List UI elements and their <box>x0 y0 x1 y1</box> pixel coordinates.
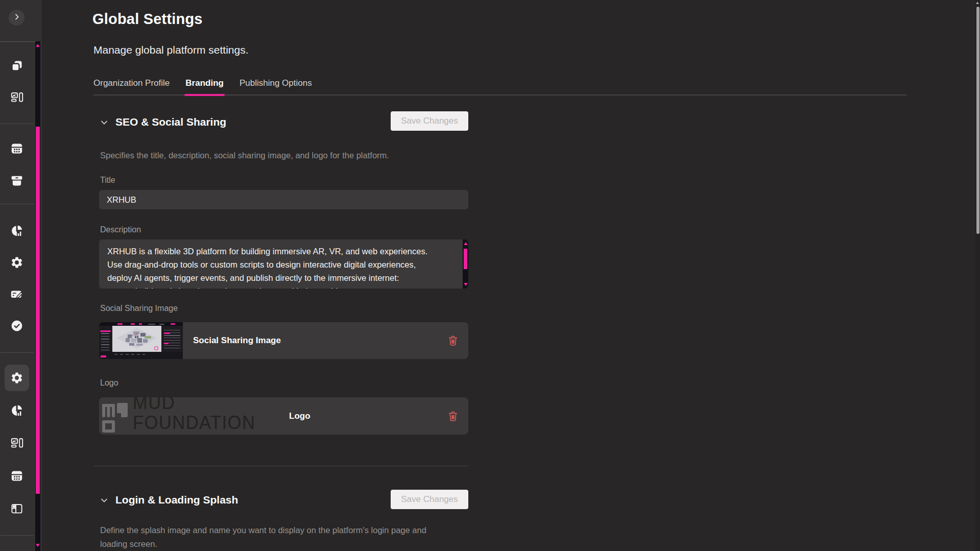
sidebar-item-archive-icon[interactable] <box>7 171 27 191</box>
page-scrollbar-thumb[interactable] <box>976 7 979 234</box>
scroll-up-arrow-icon[interactable] <box>464 242 468 245</box>
section-description-splash: Define the splash image and name you wan… <box>100 523 447 551</box>
logo-watermark-line2: FOUNDATION <box>133 413 255 433</box>
page-scrollbar[interactable] <box>975 0 980 551</box>
description-field-label: Description <box>100 225 141 234</box>
social-image-row[interactable]: Social Sharing Image <box>99 322 468 359</box>
section-divider <box>93 466 468 466</box>
scroll-up-arrow-icon[interactable] <box>976 2 979 4</box>
social-image-field-label: Social Sharing Image <box>100 304 178 313</box>
sidebar-scrollbar-thumb[interactable] <box>36 127 40 494</box>
sidebar <box>0 0 42 551</box>
sidebar-item-pie-chart-icon[interactable] <box>7 400 27 421</box>
sidebar-item-gear-icon[interactable] <box>7 252 27 273</box>
scroll-up-arrow-icon[interactable] <box>36 44 40 47</box>
sidebar-item-pie-chart-icon[interactable] <box>7 221 27 241</box>
save-changes-button-splash[interactable]: Save Changes <box>391 490 468 509</box>
textarea-scrollbar-thumb[interactable] <box>464 249 467 269</box>
page-subtitle: Manage global platform settings. <box>93 44 249 56</box>
scroll-down-arrow-icon[interactable] <box>36 544 40 547</box>
trash-icon <box>446 410 460 422</box>
chevron-down-icon[interactable] <box>100 496 108 505</box>
sidebar-item-layout-icon[interactable] <box>7 433 27 453</box>
sidebar-divider <box>1 124 34 124</box>
sidebar-item-layout-icon[interactable] <box>7 87 27 108</box>
title-field-label: Title <box>100 176 115 185</box>
trash-icon <box>446 334 460 347</box>
tab-branding[interactable]: Branding <box>185 71 224 94</box>
description-line: Use drag-and-drop tools or custom script… <box>107 258 453 271</box>
description-textarea[interactable]: XRHUB is a flexible 3D platform for buil… <box>99 239 468 289</box>
sidebar-item-panel-icon[interactable] <box>7 498 27 519</box>
scroll-down-arrow-icon[interactable] <box>464 283 468 286</box>
description-line: deploy AI agents, trigger events, and pu… <box>107 271 453 284</box>
logo-item-label: Logo <box>289 411 310 421</box>
section-title-seo: SEO & Social Sharing <box>115 116 226 128</box>
chevron-down-icon[interactable] <box>100 118 108 127</box>
sidebar-expand-button[interactable] <box>9 10 25 26</box>
tab-bar: Organization ProfileBrandingPublishing O… <box>93 71 906 95</box>
title-input[interactable] <box>99 190 468 209</box>
logo-watermark-image: MUD FOUNDATION <box>99 397 289 435</box>
social-image-item-label: Social Sharing Image <box>193 336 281 346</box>
save-changes-button-seo[interactable]: Save Changes <box>391 111 468 131</box>
page-title: Global Settings <box>92 11 203 28</box>
tab-organization-profile[interactable]: Organization Profile <box>93 71 170 94</box>
sidebar-item-card-edit-icon[interactable] <box>7 284 27 304</box>
social-image-thumbnail <box>99 322 183 359</box>
sidebar-item-check-circle-icon[interactable] <box>7 316 27 336</box>
delete-logo-button[interactable] <box>446 409 460 423</box>
logo-watermark-line1: MUD <box>133 397 255 413</box>
delete-social-image-button[interactable] <box>446 333 460 348</box>
sidebar-item-gear-icon[interactable] <box>7 368 27 388</box>
chevron-right-icon <box>13 13 21 22</box>
sidebar-item-calendar-icon[interactable] <box>7 138 27 159</box>
textarea-scrollbar[interactable] <box>463 239 468 289</box>
sidebar-divider <box>1 535 34 536</box>
sidebar-divider <box>1 352 34 353</box>
description-line: create, build, and share immersive exper… <box>107 284 453 289</box>
logo-row[interactable]: MUD FOUNDATION Logo <box>99 397 468 435</box>
sidebar-divider <box>1 204 34 204</box>
logo-field-label: Logo <box>100 378 118 388</box>
sidebar-item-copy-icon[interactable] <box>7 56 27 76</box>
sidebar-scrollbar[interactable] <box>35 41 40 551</box>
section-title-splash: Login & Loading Splash <box>115 494 238 506</box>
description-line: XRHUB is a flexible 3D platform for buil… <box>107 245 453 258</box>
sidebar-item-calendar-icon[interactable] <box>7 466 27 486</box>
section-description-seo: Specifies the title, description, social… <box>100 149 389 162</box>
sidebar-divider <box>0 41 35 42</box>
tab-publishing-options[interactable]: Publishing Options <box>240 71 312 94</box>
